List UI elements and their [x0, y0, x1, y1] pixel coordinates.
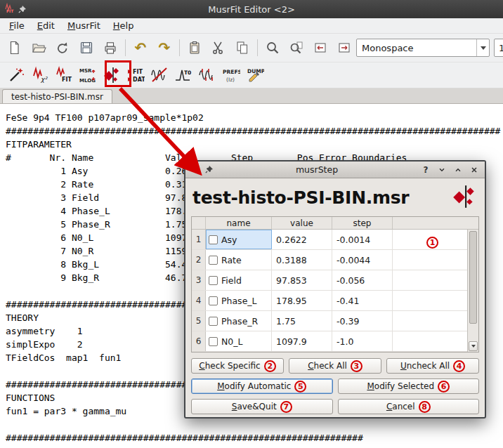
swap-msr-mlog-button[interactable]: MSR MLOG	[76, 64, 100, 86]
col-header-name[interactable]: name	[206, 217, 272, 229]
uncheck-all-button[interactable]: Uncheck All 4	[386, 358, 479, 374]
font-family-combo[interactable]: Monospace	[356, 39, 490, 57]
param-name-cell[interactable]: Field	[206, 270, 272, 290]
cut-button[interactable]	[207, 37, 230, 59]
print-button[interactable]	[98, 37, 122, 59]
parameter-table[interactable]: name value step 1 Asy 0.2622 -0.0014 2	[191, 216, 479, 353]
dialog-close-button[interactable]	[469, 164, 480, 176]
param-row-phase-l[interactable]: 4 Phase_L 178.95 -0.41	[192, 291, 467, 311]
param-value[interactable]: 0.3188	[272, 250, 332, 270]
param-name-cell[interactable]: Phase_R	[206, 311, 272, 331]
param-name-cell[interactable]: N0_L	[206, 331, 272, 351]
modify-automatic-button[interactable]: Modify Automatic 5	[191, 378, 333, 394]
param-value[interactable]: 97.853	[272, 270, 332, 290]
param-name: Rate	[221, 255, 242, 265]
param-row-n0-l[interactable]: 6 N0_L 1097.9 -1.0	[192, 331, 467, 352]
param-checkbox[interactable]	[209, 235, 218, 244]
param-step[interactable]: -1.0	[332, 331, 393, 351]
fit-with-data-button[interactable]: FIT DAT	[124, 64, 148, 86]
print-icon	[103, 40, 118, 55]
copy-button[interactable]	[230, 37, 254, 59]
menu-edit[interactable]: Edit	[31, 19, 61, 32]
param-value[interactable]: 1097.9	[272, 331, 332, 351]
dialog-title: musrStep	[218, 164, 415, 175]
fit-button[interactable]: FIT	[52, 64, 76, 86]
param-step[interactable]: -0.39	[332, 311, 393, 331]
musr-prefs-button[interactable]: PREFS (Iz)	[219, 64, 243, 86]
musr-dump-button[interactable]: DUMP	[243, 64, 267, 86]
param-row-asy[interactable]: 1 Asy 0.2622 -0.0014	[192, 230, 467, 250]
scrollbar-thumb[interactable]	[469, 231, 477, 324]
scrollbar-down-button[interactable]	[469, 341, 478, 351]
param-checkbox[interactable]	[209, 256, 218, 265]
pin-icon[interactable]	[205, 163, 214, 176]
svg-text:MSR: MSR	[79, 68, 92, 74]
window-titlebar[interactable]: FIT MusrFit Editor <2>	[0, 0, 503, 18]
menu-file[interactable]: File	[3, 19, 31, 32]
find-next-button[interactable]	[332, 37, 356, 59]
modify-selected-button[interactable]: Modify Selected 6	[338, 378, 480, 394]
col-header-value[interactable]: value	[272, 217, 332, 229]
dialog-help-button[interactable]: ?	[420, 164, 431, 176]
param-checkbox[interactable]	[209, 296, 218, 305]
musrview-button[interactable]	[148, 64, 171, 86]
undo-button[interactable]: ↶	[129, 37, 152, 59]
menu-musrfit[interactable]: MusrFit	[61, 19, 107, 32]
redo-button[interactable]: ↷	[152, 37, 176, 59]
replace-button[interactable]	[285, 37, 308, 59]
param-row-phase-r[interactable]: 5 Phase_R 1.75 -0.39	[192, 311, 467, 331]
param-row-rate[interactable]: 2 Rate 0.3188 -0.0044	[192, 250, 467, 270]
font-size-spinner[interactable]: 12	[494, 39, 503, 57]
calc-chisq-button[interactable]: χ²	[28, 64, 52, 86]
chisq-icon: χ²	[31, 66, 49, 84]
menu-help[interactable]: Help	[107, 19, 141, 32]
svg-text:(Iz): (Iz)	[226, 77, 235, 83]
param-value[interactable]: 1.75	[272, 311, 332, 331]
param-name-cell[interactable]: Rate	[206, 250, 272, 270]
param-checkbox[interactable]	[209, 317, 218, 326]
find-previous-icon	[313, 40, 328, 55]
oscillation-plot-icon	[150, 66, 169, 84]
table-scrollbar[interactable]	[467, 230, 478, 352]
check-all-button[interactable]: Check All 3	[289, 358, 381, 374]
annotation-circle-2: 2	[264, 360, 276, 372]
musr-wizard-button[interactable]	[4, 64, 28, 86]
param-row-field[interactable]: 3 Field 97.853 -0.056	[192, 270, 467, 291]
dialog-titlebar[interactable]: musrStep ?	[185, 162, 485, 178]
paste-button[interactable]	[183, 37, 207, 59]
param-name-cell[interactable]: Phase_L	[206, 291, 272, 310]
dialog-shade-button[interactable]	[436, 164, 448, 176]
check-specific-button[interactable]: Check Specific 2	[191, 358, 284, 374]
raw-data-plot-button[interactable]	[195, 64, 219, 86]
param-name: Phase_R	[221, 316, 258, 327]
param-value[interactable]: 178.95	[272, 291, 332, 310]
new-document-icon	[7, 40, 22, 55]
find-button[interactable]	[261, 37, 285, 59]
param-step[interactable]: -0.0014	[332, 230, 393, 249]
musr-t0-button[interactable]: T0	[171, 64, 195, 86]
param-checkbox[interactable]	[209, 337, 218, 346]
empty-cell	[393, 270, 467, 290]
param-name-cell[interactable]: Asy	[206, 230, 272, 249]
musr-step-button[interactable]	[100, 64, 124, 86]
new-file-button[interactable]	[3, 37, 27, 59]
col-header-step[interactable]: step	[332, 217, 393, 229]
param-value[interactable]: 0.2622	[272, 230, 332, 249]
cancel-button[interactable]: Cancel 8	[338, 399, 480, 414]
param-step[interactable]: -0.056	[332, 270, 393, 290]
dialog-maximize-button[interactable]	[452, 164, 464, 176]
param-step[interactable]: -0.0044	[332, 250, 393, 270]
redo-icon: ↷	[159, 41, 171, 55]
param-checkbox[interactable]	[209, 276, 218, 285]
paste-clipboard-icon	[187, 40, 202, 55]
param-step[interactable]: -0.41	[332, 291, 393, 310]
save-quit-button[interactable]: Save&Quit 7	[191, 399, 333, 414]
t0-peak-icon: T0	[174, 66, 192, 84]
find-previous-button[interactable]	[308, 37, 332, 59]
row-number: 6	[192, 331, 206, 351]
reload-file-button[interactable]	[51, 37, 74, 59]
save-file-button[interactable]	[74, 37, 98, 59]
chevron-down-icon[interactable]	[476, 39, 489, 56]
open-file-button[interactable]	[27, 37, 51, 59]
tab-msr-file[interactable]: test-histo-PSI-BIN.msr	[2, 89, 112, 104]
